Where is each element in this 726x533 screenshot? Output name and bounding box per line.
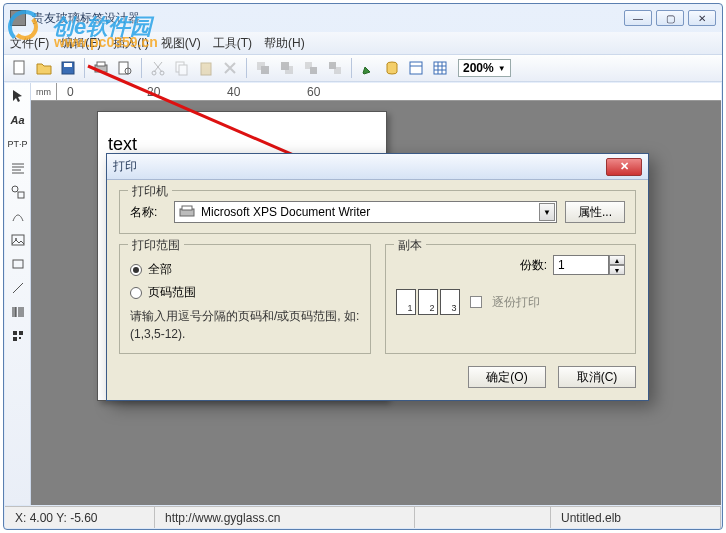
status-spacer <box>415 507 551 528</box>
range-hint: 请输入用逗号分隔的页码和/或页码范围, 如: (1,3,5-12). <box>130 307 360 343</box>
copies-label: 份数: <box>520 257 547 274</box>
collate-pages-icon <box>396 289 460 315</box>
spin-up-icon[interactable]: ▲ <box>609 255 625 265</box>
svg-rect-31 <box>19 331 23 335</box>
svg-rect-33 <box>19 337 21 339</box>
range-all-label: 全部 <box>148 261 172 278</box>
range-pages-label: 页码范围 <box>148 284 196 301</box>
open-icon[interactable] <box>34 58 54 78</box>
minimize-button[interactable]: — <box>624 10 652 26</box>
printer-select[interactable]: Microsoft XPS Document Writer ▼ <box>174 201 557 223</box>
ruler-unit: mm <box>31 83 57 101</box>
image-tool-icon[interactable] <box>8 231 28 249</box>
range-group: 打印范围 全部 页码范围 请输入用逗号分隔的页码和/或页码范围, 如: (1,3… <box>119 244 371 354</box>
ruler-mark: 40 <box>227 85 240 99</box>
dialog-titlebar: 打印 ✕ <box>107 154 648 180</box>
svg-rect-4 <box>97 62 105 66</box>
ok-button[interactable]: 确定(O) <box>468 366 546 388</box>
svg-rect-26 <box>12 235 24 245</box>
collate-checkbox <box>470 296 482 308</box>
database-icon[interactable] <box>382 58 402 78</box>
diagonal-tool-icon[interactable] <box>8 279 28 297</box>
properties-icon[interactable] <box>406 58 426 78</box>
edit-mode-icon[interactable] <box>358 58 378 78</box>
menu-help[interactable]: 帮助(H) <box>264 35 305 52</box>
svg-rect-21 <box>410 62 422 74</box>
svg-point-24 <box>12 186 18 192</box>
paste-icon[interactable] <box>196 58 216 78</box>
shape-tool-icon[interactable] <box>8 183 28 201</box>
line-tool-icon[interactable] <box>8 207 28 225</box>
delete-icon[interactable] <box>220 58 240 78</box>
copies-group-label: 副本 <box>394 237 426 254</box>
spin-down-icon[interactable]: ▼ <box>609 265 625 275</box>
svg-rect-0 <box>14 61 24 74</box>
preview-icon[interactable] <box>115 58 135 78</box>
bring-front-icon[interactable] <box>253 58 273 78</box>
canvas-text-1[interactable]: text <box>108 134 137 155</box>
svg-rect-19 <box>329 62 336 69</box>
zoom-select[interactable]: 200% ▼ <box>458 59 511 77</box>
dialog-title: 打印 <box>113 158 606 175</box>
svg-rect-36 <box>182 206 192 210</box>
copies-input[interactable] <box>553 255 609 275</box>
barcode-tool-icon[interactable] <box>8 303 28 321</box>
text-tool-icon[interactable]: Aa <box>8 111 28 129</box>
backward-icon[interactable] <box>325 58 345 78</box>
menu-tools[interactable]: 工具(T) <box>213 35 252 52</box>
radio-icon <box>130 264 142 276</box>
svg-line-29 <box>13 283 23 293</box>
qr-tool-icon[interactable] <box>8 327 28 345</box>
ruler-mark: 0 <box>67 85 74 99</box>
range-pages-radio[interactable]: 页码范围 <box>130 284 360 301</box>
menubar: 文件(F) 编辑(E) 插入(I) 视图(V) 工具(T) 帮助(H) <box>4 32 722 54</box>
print-icon[interactable] <box>91 58 111 78</box>
grid-icon[interactable] <box>430 58 450 78</box>
maximize-button[interactable]: ▢ <box>656 10 684 26</box>
menu-insert[interactable]: 插入(I) <box>113 35 148 52</box>
close-button[interactable]: ✕ <box>688 10 716 26</box>
copies-group: 副本 份数: ▲ ▼ 逐份打印 <box>385 244 637 354</box>
pointer-tool-icon[interactable] <box>8 87 28 105</box>
dialog-body: 打印机 名称: Microsoft XPS Document Writer ▼ … <box>107 180 648 400</box>
ruler-horizontal: 0 20 40 60 <box>57 83 721 101</box>
svg-rect-28 <box>13 260 23 268</box>
app-title: 贵友玻璃标签设计器 <box>32 10 624 27</box>
cancel-button[interactable]: 取消(C) <box>558 366 636 388</box>
status-coords: X: 4.00 Y: -5.60 <box>5 507 155 528</box>
range-all-radio[interactable]: 全部 <box>130 261 360 278</box>
zoom-value: 200% <box>463 61 494 75</box>
menu-file[interactable]: 文件(F) <box>10 35 49 52</box>
svg-rect-30 <box>13 331 17 335</box>
statusbar: X: 4.00 Y: -5.60 http://www.gyglass.cn U… <box>5 506 721 528</box>
printer-name-label: 名称: <box>130 204 166 221</box>
menu-view[interactable]: 视图(V) <box>161 35 201 52</box>
print-dialog: 打印 ✕ 打印机 名称: Microsoft XPS Document Writ… <box>106 153 649 401</box>
svg-rect-32 <box>13 337 17 341</box>
properties-button[interactable]: 属性... <box>565 201 625 223</box>
dialog-close-button[interactable]: ✕ <box>606 158 642 176</box>
copy-icon[interactable] <box>172 58 192 78</box>
ruler-mark: 20 <box>147 85 160 99</box>
svg-rect-11 <box>201 63 211 75</box>
svg-rect-13 <box>261 66 269 74</box>
save-icon[interactable] <box>58 58 78 78</box>
svg-rect-23 <box>434 62 446 74</box>
titlebar: 贵友玻璃标签设计器 — ▢ ✕ <box>4 4 722 32</box>
rect-tool-icon[interactable] <box>8 255 28 273</box>
vtext-tool-icon[interactable]: PT·P <box>8 135 28 153</box>
paragraph-tool-icon[interactable] <box>8 159 28 177</box>
copies-spinner[interactable]: ▲ ▼ <box>553 255 625 275</box>
collate-label: 逐份打印 <box>492 294 540 311</box>
svg-rect-17 <box>310 67 317 74</box>
radio-icon <box>130 287 142 299</box>
forward-icon[interactable] <box>301 58 321 78</box>
svg-rect-25 <box>18 192 24 198</box>
cut-icon[interactable] <box>148 58 168 78</box>
menu-edit[interactable]: 编辑(E) <box>61 35 101 52</box>
window-buttons: — ▢ ✕ <box>624 10 716 26</box>
svg-rect-2 <box>64 63 72 67</box>
new-icon[interactable] <box>10 58 30 78</box>
svg-rect-10 <box>179 65 187 75</box>
send-back-icon[interactable] <box>277 58 297 78</box>
